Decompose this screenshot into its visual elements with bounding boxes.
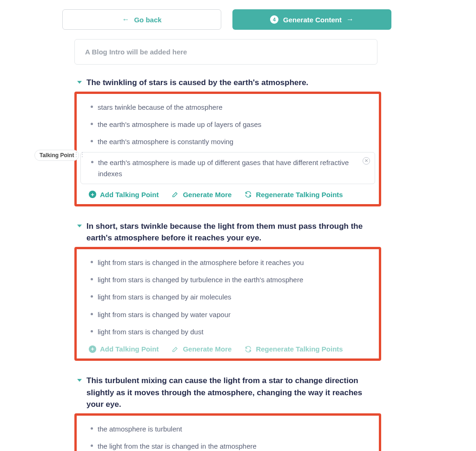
section-title[interactable]: In short, stars twinkle because the ligh… xyxy=(86,220,381,244)
bullet-icon xyxy=(91,123,93,125)
generate-more-button[interactable]: Generate More xyxy=(172,345,231,353)
chevron-down-icon[interactable] xyxy=(77,225,82,227)
bullet-icon xyxy=(91,140,93,142)
regenerate-button[interactable]: Regenerate Talking Points xyxy=(245,191,343,199)
chevron-down-icon[interactable] xyxy=(77,379,82,382)
generate-content-button[interactable]: 4 Generate Content → xyxy=(232,9,391,30)
bullet-icon xyxy=(91,444,93,447)
arrow-left-icon: ← xyxy=(122,16,129,23)
talking-point[interactable]: the earth's atmosphere is made up of lay… xyxy=(80,116,375,133)
bullet-icon xyxy=(91,313,93,315)
refresh-icon xyxy=(245,191,252,198)
plus-circle-icon: + xyxy=(89,345,96,353)
talking-point[interactable]: light from stars is changed in the atmos… xyxy=(80,254,375,271)
bullet-icon xyxy=(91,330,93,332)
talking-point[interactable]: light from stars is changed by turbulenc… xyxy=(80,271,375,288)
bullet-icon xyxy=(91,106,93,108)
step-number-badge: 4 xyxy=(270,15,278,24)
add-talking-point-button[interactable]: + Add Talking Point xyxy=(89,191,159,199)
section-title[interactable]: The twinkling of stars is caused by the … xyxy=(86,77,308,89)
talking-point[interactable]: light from stars is changed by air molec… xyxy=(80,288,375,305)
talking-points-box: stars twinkle because of the atmosphere … xyxy=(74,92,381,206)
edit-icon xyxy=(172,345,179,353)
section: In short, stars twinkle because the ligh… xyxy=(74,220,381,361)
talking-point[interactable]: the atmosphere is turbulent xyxy=(80,420,375,438)
section: This turbulent mixing can cause the ligh… xyxy=(74,375,381,451)
go-back-button[interactable]: ← Go back xyxy=(62,9,221,30)
chevron-down-icon[interactable] xyxy=(77,81,82,84)
bullet-icon xyxy=(91,278,93,280)
talking-point-editing[interactable]: the earth's atmosphere is made up of dif… xyxy=(80,152,375,184)
bullet-icon xyxy=(91,427,93,430)
bullet-icon xyxy=(91,261,93,263)
talking-point[interactable]: stars twinkle because of the atmosphere xyxy=(80,99,375,116)
talking-points-box: light from stars is changed in the atmos… xyxy=(74,247,381,361)
talking-point[interactable]: light from stars is changed by water vap… xyxy=(80,306,375,323)
bullet-icon xyxy=(91,161,93,163)
add-talking-point-button[interactable]: + Add Talking Point xyxy=(89,345,159,353)
talking-point[interactable]: light from stars is changed by dust xyxy=(80,323,375,340)
close-icon[interactable]: ✕ xyxy=(363,157,370,165)
talking-points-box: the atmosphere is turbulent the light fr… xyxy=(74,413,381,451)
edit-icon xyxy=(172,191,179,198)
talking-point-badge: Talking Point xyxy=(34,150,79,161)
generate-content-label: Generate Content xyxy=(283,16,342,24)
plus-circle-icon: + xyxy=(89,191,96,198)
section-title[interactable]: This turbulent mixing can cause the ligh… xyxy=(86,375,381,411)
section: The twinkling of stars is caused by the … xyxy=(74,77,381,206)
blog-intro-placeholder[interactable]: A Blog Intro will be added here xyxy=(74,39,377,65)
bullet-icon xyxy=(91,295,93,298)
generate-more-button[interactable]: Generate More xyxy=(172,191,231,199)
arrow-right-icon: → xyxy=(346,16,354,23)
go-back-label: Go back xyxy=(134,16,161,24)
drag-handle-icon[interactable]: ⋮⋮ xyxy=(73,152,86,157)
talking-point[interactable]: the light from the star is changed in th… xyxy=(80,438,375,451)
refresh-icon xyxy=(245,345,252,353)
talking-point[interactable]: the earth's atmosphere is constantly mov… xyxy=(80,133,375,150)
regenerate-button[interactable]: Regenerate Talking Points xyxy=(245,345,343,353)
